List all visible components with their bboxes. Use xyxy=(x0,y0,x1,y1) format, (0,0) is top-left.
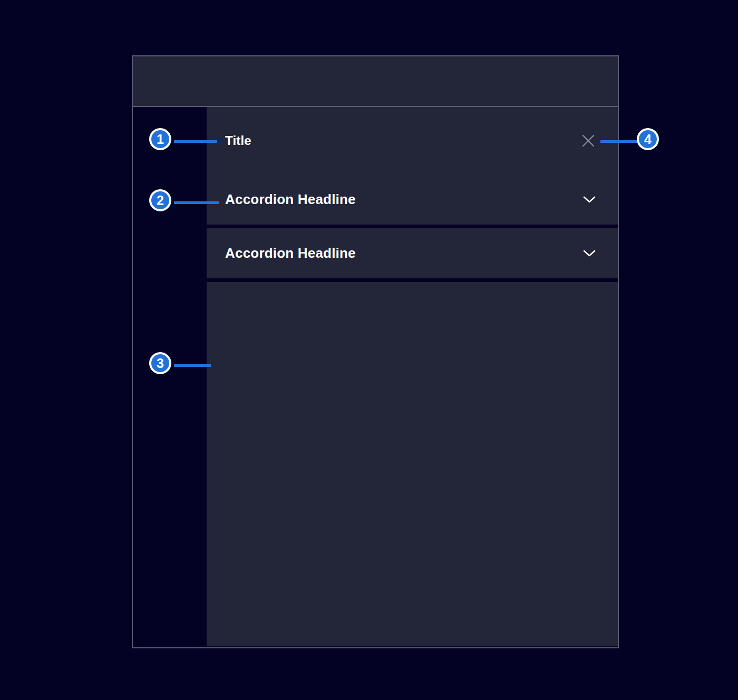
accordion-header-2[interactable]: Accordion Headline xyxy=(207,228,618,278)
drawer-title: Title xyxy=(225,133,251,148)
chevron-down-icon xyxy=(583,196,596,203)
window-header-bar xyxy=(133,56,618,107)
accordion-headline: Accordion Headline xyxy=(225,191,356,208)
callout-line-1 xyxy=(174,140,217,143)
accordion-header-1[interactable]: Accordion Headline xyxy=(207,174,618,225)
callout-marker-2: 2 xyxy=(149,189,171,211)
callout-line-2 xyxy=(174,201,219,204)
callout-marker-4: 4 xyxy=(637,128,659,150)
drawer-title-row: Title xyxy=(207,107,618,174)
close-icon xyxy=(581,134,595,148)
window-body: Title Accordion Headline xyxy=(133,107,618,646)
app-window: Title Accordion Headline xyxy=(132,55,619,648)
callout-line-3 xyxy=(174,364,211,367)
callout-line-4 xyxy=(600,140,637,143)
callout-marker-3: 3 xyxy=(149,352,171,374)
drawer-content-area xyxy=(207,282,618,646)
drawer-panel: Title Accordion Headline xyxy=(207,107,618,646)
accordion-headline: Accordion Headline xyxy=(225,245,356,261)
callout-marker-1: 1 xyxy=(149,128,171,150)
close-button[interactable] xyxy=(581,133,596,148)
figure-canvas: Title Accordion Headline xyxy=(0,0,738,700)
chevron-down-icon xyxy=(583,250,596,257)
